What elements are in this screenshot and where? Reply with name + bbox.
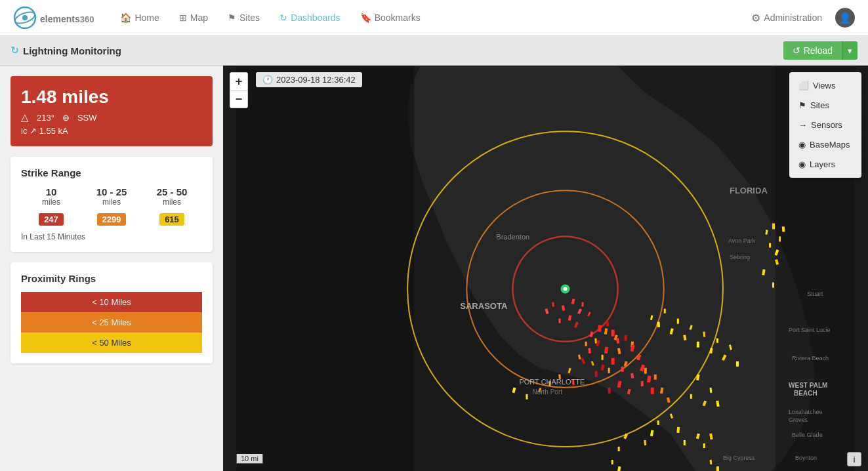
badge-orange: 2299: [97, 213, 127, 226]
map-info-button[interactable]: i: [847, 452, 861, 466]
range-label-1: 10 - 25: [81, 186, 142, 197]
strike-range-title: Strike Range: [21, 167, 202, 178]
nav-dashboards[interactable]: ↻ Dashboards: [279, 9, 341, 26]
range-label-0: 10: [21, 186, 81, 197]
svg-rect-80: [703, 443, 705, 448]
svg-text:WEST PALM: WEST PALM: [789, 382, 827, 389]
proximity-rings-card: Proximity Rings < 10 Miles < 25 Miles < …: [10, 262, 213, 363]
sensors-icon: →: [798, 120, 807, 130]
layer-sites[interactable]: ⚑ Sites: [789, 96, 861, 115]
svg-text:Sebring: Sebring: [730, 254, 750, 260]
badge-red: 247: [39, 213, 64, 226]
bookmarks-icon: 🔖: [360, 12, 371, 23]
range-col-1: 10 - 25 miles: [81, 186, 142, 207]
main-nav: 🏠 Home ⊞ Map ⚑ Sites ↻ Dashboards 🔖 Book…: [120, 9, 751, 26]
map-layers-panel: ⬜ Views ⚑ Sites → Sensors ◉ BaseMaps ◉ L…: [789, 72, 861, 178]
direction-degrees: 213°: [37, 113, 54, 123]
logo: elements360: [13, 6, 94, 30]
svg-rect-18: [582, 302, 584, 307]
svg-rect-44: [690, 394, 692, 399]
badge-yellow: 615: [159, 213, 184, 226]
svg-text:FLORIDA: FLORIDA: [730, 186, 768, 195]
distance-ic: ic ↗ 1.55 kA: [21, 126, 202, 136]
distance-details: △ 213° ⊕ SSW: [21, 112, 202, 123]
logo-icon: [13, 6, 37, 30]
svg-text:Groves: Groves: [789, 417, 808, 423]
svg-point-10: [564, 287, 568, 291]
sites-layer-icon: ⚑: [798, 100, 806, 110]
svg-rect-49: [676, 427, 680, 433]
map-timestamp: 🕐 2023-09-18 12:36:42: [256, 72, 362, 87]
layer-sensors[interactable]: → Sensors: [789, 115, 861, 135]
proximity-rings-title: Proximity Rings: [21, 273, 202, 284]
svg-rect-14: [552, 302, 554, 306]
layer-basemaps[interactable]: ◉ BaseMaps: [789, 135, 861, 155]
views-icon: ⬜: [798, 81, 809, 91]
svg-rect-72: [716, 338, 718, 343]
map-icon: ⊞: [179, 12, 187, 23]
header: elements360 🏠 Home ⊞ Map ⚑ Sites ↻ Dashb…: [0, 0, 868, 36]
svg-text:PORT CHARLOTTE: PORT CHARLOTTE: [519, 378, 585, 386]
svg-text:Avon Park: Avon Park: [728, 237, 756, 244]
map-area[interactable]: + − 🕐 2023-09-18 12:36:42: [223, 66, 868, 471]
svg-text:Belle Glade: Belle Glade: [792, 432, 823, 438]
direction-icon: △: [21, 112, 29, 123]
range-note: In Last 15 Minutes: [21, 232, 202, 241]
zoom-in-button[interactable]: +: [230, 73, 247, 90]
sites-icon: ⚑: [228, 12, 236, 23]
svg-rect-69: [697, 342, 699, 348]
nav-bookmarks[interactable]: 🔖 Bookmarks: [360, 9, 421, 26]
svg-rect-30: [608, 368, 610, 373]
reload-icon: ↺: [793, 45, 800, 56]
svg-rect-100: [621, 367, 624, 372]
user-icon: 👤: [838, 12, 852, 24]
svg-rect-64: [664, 309, 666, 314]
svg-rect-86: [598, 325, 602, 331]
svg-rect-16: [559, 319, 561, 323]
proximity-ring-yellow: < 50 Miles: [21, 333, 202, 353]
svg-rect-33: [644, 368, 647, 374]
gear-icon: ⚙: [751, 12, 760, 24]
nav-home[interactable]: 🏠 Home: [120, 9, 159, 26]
clock-icon: 🕐: [262, 75, 273, 85]
svg-text:Loxahatchee: Loxahatchee: [789, 409, 823, 415]
svg-rect-94: [588, 348, 591, 354]
svg-rect-59: [782, 226, 785, 232]
page-title: ↻ Lightning Monitoring: [10, 45, 121, 56]
badge-col-1: 2299: [81, 213, 142, 226]
user-avatar[interactable]: 👤: [835, 8, 855, 28]
admin-link[interactable]: ⚙ Administration: [751, 12, 822, 24]
svg-text:Big Cypress: Big Cypress: [723, 455, 755, 461]
svg-rect-89: [611, 330, 615, 337]
svg-rect-66: [677, 319, 679, 324]
page-titlebar: ↻ Lightning Monitoring ↺ Reload ▾: [0, 36, 868, 66]
proximity-ring-red: < 10 Miles: [21, 292, 202, 312]
badge-col-0: 247: [21, 213, 81, 226]
range-badges: 247 2299 615: [21, 213, 202, 226]
range-col-0: 10 miles: [21, 186, 81, 207]
basemaps-icon: ◉: [798, 140, 806, 150]
range-label-2: 25 - 50: [142, 186, 202, 197]
nav-map[interactable]: ⊞ Map: [179, 9, 208, 26]
nav-sites[interactable]: ⚑ Sites: [228, 9, 260, 26]
badge-col-2: 615: [142, 213, 202, 226]
svg-text:Riviera Beach: Riviera Beach: [792, 355, 829, 361]
svg-rect-75: [736, 361, 739, 367]
map-scale: 10 mi: [236, 454, 263, 464]
svg-text:Port Saint Lucie: Port Saint Lucie: [789, 327, 831, 333]
lightning-icon: ↻: [10, 45, 19, 56]
svg-rect-108: [608, 388, 611, 394]
svg-rect-46: [526, 394, 527, 399]
range-col-2: 25 - 50 miles: [142, 186, 202, 207]
svg-rect-97: [637, 355, 640, 360]
svg-rect-50: [684, 440, 686, 445]
svg-rect-82: [611, 460, 613, 464]
reload-button[interactable]: ↺ Reload: [783, 41, 842, 60]
layer-views[interactable]: ⬜ Views: [789, 76, 861, 96]
svg-rect-110: [651, 388, 654, 394]
layer-layers[interactable]: ◉ Layers: [789, 155, 861, 174]
zoom-out-button[interactable]: −: [230, 91, 247, 108]
compass-icon: ⊕: [62, 113, 70, 123]
reload-dropdown-button[interactable]: ▾: [842, 41, 858, 60]
svg-text:BEACH: BEACH: [794, 390, 817, 397]
